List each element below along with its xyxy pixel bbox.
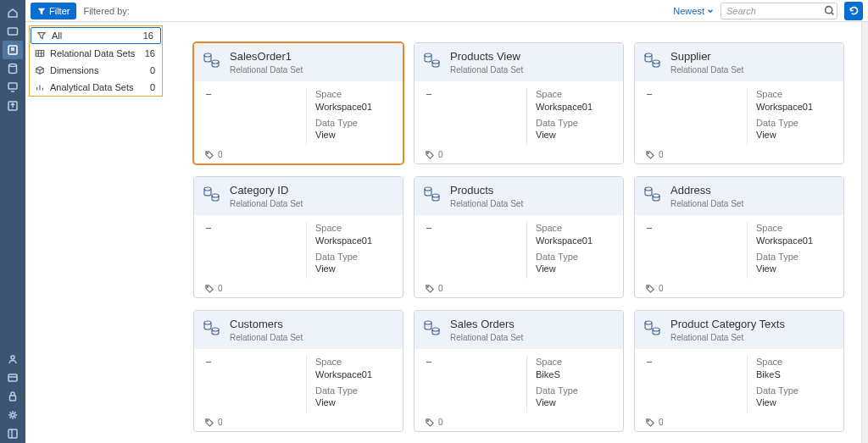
nav-export-icon[interactable] bbox=[3, 97, 23, 115]
nav-user-icon[interactable] bbox=[3, 350, 23, 368]
card-subtitle: Relational Data Set bbox=[450, 65, 523, 75]
filter-button-label: Filter bbox=[49, 6, 70, 16]
datatype-value: View bbox=[536, 263, 615, 275]
card-description: – bbox=[426, 356, 526, 413]
space-label: Space bbox=[315, 356, 394, 368]
refresh-button[interactable] bbox=[844, 2, 863, 20]
space-label: Space bbox=[536, 356, 615, 368]
card-description: – bbox=[206, 356, 306, 413]
card-meta: SpaceWorkspace01Data TypeView bbox=[526, 88, 615, 145]
scrollbar[interactable] bbox=[861, 22, 868, 443]
database-icon bbox=[7, 63, 19, 75]
card-footer: 0 bbox=[415, 414, 623, 432]
space-label: Space bbox=[536, 88, 615, 101]
dataset-card[interactable]: Category IDRelational Data Set–SpaceWork… bbox=[193, 176, 403, 298]
chevron-down-icon bbox=[707, 8, 714, 14]
relational-icon bbox=[35, 48, 45, 58]
card-title: Category ID bbox=[230, 184, 303, 198]
card-header: AddressRelational Data Set bbox=[635, 177, 843, 215]
tag-icon bbox=[204, 284, 214, 293]
nav-monitor-icon[interactable] bbox=[3, 78, 23, 97]
home-icon bbox=[7, 7, 19, 19]
filtered-by-label: Filtered by: bbox=[83, 6, 129, 16]
card-body: –SpaceWorkspace01Data TypeView bbox=[194, 215, 403, 280]
card-title: Sales Orders bbox=[450, 318, 523, 332]
type-filter-count: 0 bbox=[150, 65, 157, 75]
card-header: CustomersRelational Data Set bbox=[194, 311, 403, 349]
tag-count: 0 bbox=[218, 284, 223, 293]
space-value: Workspace01 bbox=[315, 235, 394, 247]
dataset-icon bbox=[423, 185, 442, 203]
card-header: SalesOrder1Relational Data Set bbox=[194, 43, 403, 81]
cards-area[interactable]: SalesOrder1Relational Data Set–SpaceWork… bbox=[163, 22, 868, 443]
tag-count: 0 bbox=[659, 284, 664, 293]
sort-dropdown[interactable]: Newest bbox=[673, 6, 714, 16]
dataset-card[interactable]: SalesOrder1Relational Data Set–SpaceWork… bbox=[193, 42, 403, 164]
card-subtitle: Relational Data Set bbox=[450, 199, 523, 208]
nav-folder-icon[interactable] bbox=[3, 22, 23, 41]
nav-database-icon[interactable] bbox=[3, 59, 23, 78]
card-body: –SpaceWorkspace01Data TypeView bbox=[194, 349, 403, 414]
analytical-icon bbox=[35, 82, 45, 92]
dataset-card[interactable]: CustomersRelational Data Set–SpaceWorksp… bbox=[193, 310, 403, 432]
card-header: Sales OrdersRelational Data Set bbox=[415, 311, 623, 349]
card-footer: 0 bbox=[635, 280, 843, 298]
filter-button[interactable]: Filter bbox=[31, 3, 76, 19]
nav-lock-icon[interactable] bbox=[3, 387, 23, 406]
space-label: Space bbox=[756, 222, 835, 235]
dataset-card[interactable]: Products ViewRelational Data Set–SpaceWo… bbox=[414, 42, 624, 164]
nav-gear-icon[interactable] bbox=[3, 406, 23, 424]
space-value: Workspace01 bbox=[536, 235, 615, 247]
datatype-label: Data Type bbox=[536, 385, 615, 397]
card-description: – bbox=[206, 222, 306, 279]
card-footer: 0 bbox=[194, 280, 403, 298]
left-vertical-nav bbox=[0, 0, 25, 443]
datatype-label: Data Type bbox=[315, 117, 394, 130]
dataset-icon bbox=[203, 185, 221, 203]
space-value: BikeS bbox=[756, 368, 835, 381]
export-icon bbox=[7, 100, 19, 112]
card-title: Address bbox=[670, 184, 743, 198]
dataset-icon bbox=[643, 51, 662, 69]
dataset-card[interactable]: AddressRelational Data Set–SpaceWorkspac… bbox=[634, 176, 844, 298]
card-meta: SpaceWorkspace01Data TypeView bbox=[526, 222, 615, 279]
card-footer: 0 bbox=[194, 147, 403, 164]
topbar: Filter Filtered by: Newest bbox=[25, 0, 868, 22]
nav-collapse-icon[interactable] bbox=[3, 424, 23, 443]
type-filter-count: 0 bbox=[150, 82, 157, 92]
space-label: Space bbox=[315, 222, 394, 235]
card-title: Products View bbox=[450, 50, 523, 64]
space-value: Workspace01 bbox=[315, 368, 394, 381]
card-meta: SpaceBikeSData TypeView bbox=[747, 356, 835, 413]
card-footer: 0 bbox=[415, 280, 623, 298]
space-value: Workspace01 bbox=[536, 101, 615, 114]
card-subtitle: Relational Data Set bbox=[670, 333, 785, 342]
card-header: Category IDRelational Data Set bbox=[194, 177, 403, 215]
search-input[interactable] bbox=[721, 3, 837, 19]
card-subtitle: Relational Data Set bbox=[230, 333, 303, 342]
type-filter-dimensions[interactable]: Dimensions0 bbox=[30, 62, 162, 79]
tag-icon bbox=[645, 284, 654, 293]
card-title: Products bbox=[450, 184, 523, 198]
type-filter-all[interactable]: All16 bbox=[31, 27, 161, 44]
nav-settings-panel-icon[interactable] bbox=[3, 368, 23, 387]
dataset-card[interactable]: SupplierRelational Data Set–SpaceWorkspa… bbox=[634, 42, 844, 164]
card-description: – bbox=[426, 222, 526, 279]
type-filter-label: Dimensions bbox=[50, 65, 98, 75]
nav-home-icon[interactable] bbox=[3, 3, 23, 22]
tag-icon bbox=[204, 418, 214, 427]
space-value: BikeS bbox=[536, 368, 615, 381]
search-icon[interactable] bbox=[823, 5, 835, 17]
type-filter-relational-data-sets[interactable]: Relational Data Sets16 bbox=[30, 45, 162, 62]
card-footer: 0 bbox=[635, 414, 843, 432]
type-filter-analytical-data-sets[interactable]: Analytical Data Sets0 bbox=[30, 79, 162, 96]
dataset-card[interactable]: Product Category TextsRelational Data Se… bbox=[634, 310, 844, 432]
space-label: Space bbox=[756, 88, 835, 101]
datatype-label: Data Type bbox=[536, 117, 615, 130]
card-title: SalesOrder1 bbox=[230, 50, 303, 64]
dataset-card[interactable]: ProductsRelational Data Set–SpaceWorkspa… bbox=[414, 176, 624, 298]
space-value: Workspace01 bbox=[756, 235, 835, 247]
nav-repository-icon[interactable] bbox=[3, 41, 23, 59]
svg-point-0 bbox=[825, 6, 832, 13]
dataset-card[interactable]: Sales OrdersRelational Data Set–SpaceBik… bbox=[414, 310, 624, 432]
